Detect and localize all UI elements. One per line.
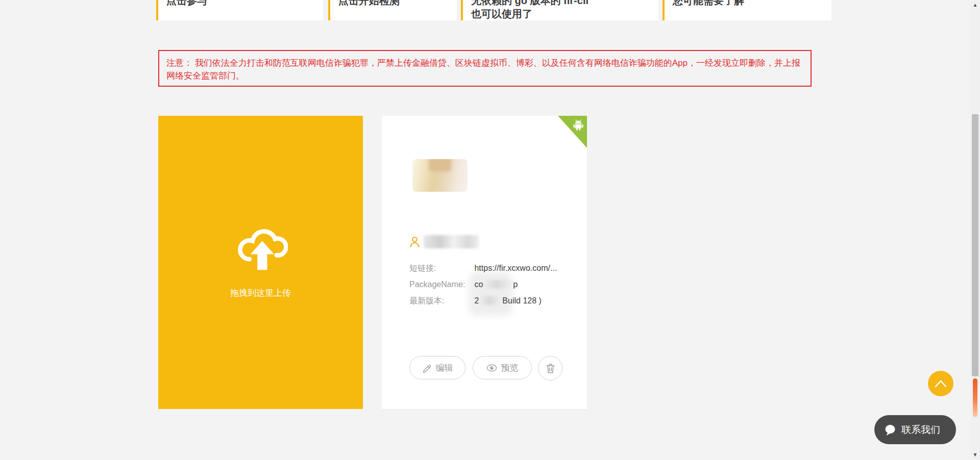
- chevron-up-icon: [934, 379, 947, 388]
- field-label: 最新版本:: [409, 293, 472, 309]
- preview-button-label: 预览: [501, 362, 519, 374]
- android-icon: [573, 119, 584, 131]
- eye-icon: [486, 364, 497, 372]
- pencil-icon: [422, 363, 432, 373]
- scrollbar-thumb[interactable]: [972, 114, 978, 376]
- field-latest-version: 最新版本: 2Build 128 ): [409, 293, 578, 309]
- app-icon-thumbnail-redacted: [412, 159, 468, 192]
- field-label: PackageName:: [409, 276, 472, 293]
- delete-button[interactable]: [538, 356, 562, 380]
- redaction-blur: [480, 296, 501, 305]
- scroll-down-arrow[interactable]: ▼: [970, 451, 980, 459]
- help-tab-label: 无依赖的 go 版本的 fir-cli 也可以使用了: [463, 0, 658, 20]
- app-fields: 短链接: https://fir.xcxwo.com/... PackageNa…: [409, 260, 578, 309]
- help-tab-start-check[interactable]: 点击开始检测: [328, 0, 457, 20]
- page: 点击参与 点击开始检测 无依赖的 go 版本的 fir-cli 也可以使用了 您…: [0, 0, 980, 460]
- contact-us-label: 联系我们: [901, 423, 940, 437]
- upload-dropzone[interactable]: 拖拽到这里上传: [158, 116, 363, 409]
- chat-bubble-icon: [884, 423, 897, 437]
- short-link-value[interactable]: https://fir.xcxwo.com/...: [474, 264, 557, 272]
- preview-button[interactable]: 预览: [473, 356, 532, 379]
- cloud-upload-icon: [234, 222, 288, 273]
- user-icon: [409, 236, 420, 248]
- edit-button[interactable]: 编辑: [409, 356, 465, 379]
- trash-icon: [546, 363, 555, 374]
- scrollbar-track[interactable]: ▲ ▼: [970, 0, 980, 460]
- help-tab-need-to-know[interactable]: 您可能需要了解: [663, 0, 831, 20]
- scroll-up-arrow[interactable]: ▲: [970, 1, 980, 9]
- help-tab-label: 点击开始检测: [330, 0, 457, 7]
- app-card: 短链接: https://fir.xcxwo.com/... PackageNa…: [382, 116, 587, 409]
- field-label: 短链接:: [409, 260, 472, 276]
- package-name-value: cop: [474, 280, 518, 289]
- contact-us-button[interactable]: 联系我们: [874, 415, 956, 444]
- scrollbar-orange-indicator[interactable]: [973, 378, 977, 417]
- help-tab-label: 您可能需要了解: [665, 0, 831, 7]
- dropzone-hint-text: 拖拽到这里上传: [158, 287, 363, 299]
- fraud-warning-text: 注意： 我们依法全力打击和防范互联网电信诈骗犯罪，严禁上传金融借贷、区块链虚拟币…: [166, 58, 800, 81]
- field-package-name: PackageName: cop: [409, 276, 578, 293]
- help-tab-label: 点击参与: [158, 0, 323, 7]
- field-short-link: 短链接: https://fir.xcxwo.com/...: [409, 260, 578, 276]
- help-tab-participate[interactable]: 点击参与: [156, 0, 323, 20]
- fraud-warning-box: 注意： 我们依法全力打击和防范互联网电信诈骗犯罪，严禁上传金融借贷、区块链虚拟币…: [158, 50, 812, 87]
- help-tab-fir-cli[interactable]: 无依赖的 go 版本的 fir-cli 也可以使用了: [461, 0, 658, 20]
- app-name-redacted: [424, 235, 479, 248]
- latest-version-value: 2Build 128 ): [474, 296, 541, 305]
- edit-button-label: 编辑: [436, 362, 453, 374]
- redaction-blur: [484, 280, 512, 289]
- back-to-top-button[interactable]: [928, 371, 953, 396]
- platform-ribbon: [558, 116, 587, 148]
